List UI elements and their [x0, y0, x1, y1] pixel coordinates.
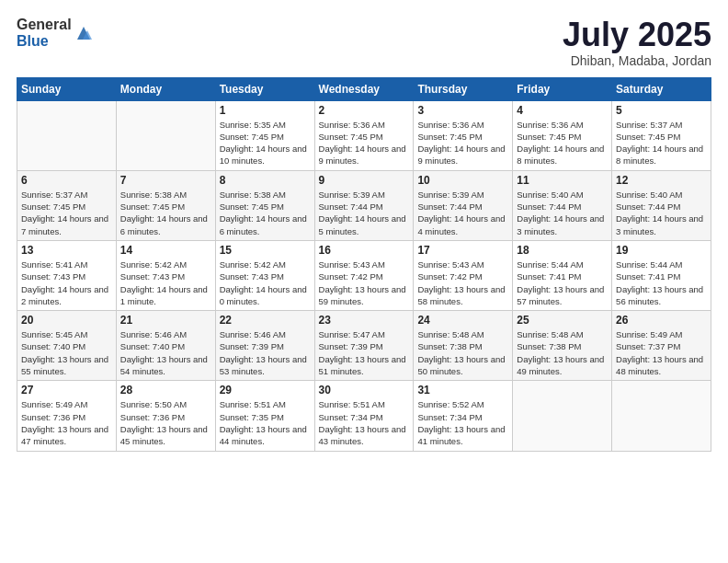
table-row: 29Sunrise: 5:51 AM Sunset: 7:35 PM Dayli…	[215, 381, 314, 451]
col-thursday: Thursday	[414, 77, 513, 100]
table-row	[612, 381, 711, 451]
table-row: 12Sunrise: 5:40 AM Sunset: 7:44 PM Dayli…	[612, 170, 711, 240]
day-number: 22	[220, 314, 311, 327]
table-row: 14Sunrise: 5:42 AM Sunset: 7:43 PM Dayli…	[116, 240, 215, 310]
logo-icon	[74, 23, 94, 43]
day-number: 25	[517, 314, 608, 327]
logo: General Blue	[17, 17, 94, 49]
table-row: 7Sunrise: 5:38 AM Sunset: 7:45 PM Daylig…	[116, 170, 215, 240]
day-number: 12	[616, 174, 707, 187]
day-info: Sunrise: 5:47 AM Sunset: 7:39 PM Dayligh…	[319, 328, 410, 377]
col-monday: Monday	[116, 77, 215, 100]
calendar-week-row: 20Sunrise: 5:45 AM Sunset: 7:40 PM Dayli…	[17, 311, 711, 381]
day-number: 21	[120, 314, 211, 327]
day-number: 19	[616, 244, 707, 257]
day-info: Sunrise: 5:44 AM Sunset: 7:41 PM Dayligh…	[517, 259, 608, 307]
day-number: 9	[319, 174, 410, 187]
day-number: 8	[220, 174, 311, 187]
day-info: Sunrise: 5:51 AM Sunset: 7:35 PM Dayligh…	[220, 398, 311, 447]
table-row: 27Sunrise: 5:49 AM Sunset: 7:36 PM Dayli…	[17, 381, 117, 451]
day-info: Sunrise: 5:43 AM Sunset: 7:42 PM Dayligh…	[319, 259, 410, 307]
table-row: 2Sunrise: 5:36 AM Sunset: 7:45 PM Daylig…	[314, 100, 414, 170]
day-info: Sunrise: 5:39 AM Sunset: 7:44 PM Dayligh…	[417, 189, 508, 237]
table-row: 20Sunrise: 5:45 AM Sunset: 7:40 PM Dayli…	[17, 311, 117, 381]
col-saturday: Saturday	[612, 77, 711, 100]
day-info: Sunrise: 5:38 AM Sunset: 7:45 PM Dayligh…	[120, 189, 211, 237]
day-number: 18	[517, 244, 608, 257]
table-row: 26Sunrise: 5:49 AM Sunset: 7:37 PM Dayli…	[612, 311, 711, 381]
day-info: Sunrise: 5:48 AM Sunset: 7:38 PM Dayligh…	[517, 328, 608, 377]
day-number: 23	[319, 314, 410, 327]
day-info: Sunrise: 5:40 AM Sunset: 7:44 PM Dayligh…	[616, 189, 707, 237]
table-row: 13Sunrise: 5:41 AM Sunset: 7:43 PM Dayli…	[17, 240, 117, 310]
day-number: 15	[220, 244, 311, 257]
day-number: 26	[616, 314, 707, 327]
day-number: 14	[120, 244, 211, 257]
day-number: 1	[220, 104, 311, 117]
day-info: Sunrise: 5:38 AM Sunset: 7:45 PM Dayligh…	[220, 189, 311, 237]
day-number: 29	[220, 384, 311, 396]
calendar-week-row: 13Sunrise: 5:41 AM Sunset: 7:43 PM Dayli…	[17, 240, 711, 310]
day-number: 5	[616, 104, 707, 117]
table-row: 30Sunrise: 5:51 AM Sunset: 7:34 PM Dayli…	[314, 381, 414, 451]
day-number: 17	[417, 244, 508, 257]
day-number: 30	[319, 384, 410, 396]
table-row: 3Sunrise: 5:36 AM Sunset: 7:45 PM Daylig…	[414, 100, 513, 170]
day-number: 24	[417, 314, 508, 327]
calendar-week-row: 1Sunrise: 5:35 AM Sunset: 7:45 PM Daylig…	[17, 100, 711, 170]
day-info: Sunrise: 5:37 AM Sunset: 7:45 PM Dayligh…	[21, 189, 112, 237]
location: Dhiban, Madaba, Jordan	[563, 53, 711, 68]
day-number: 4	[517, 104, 608, 117]
day-info: Sunrise: 5:46 AM Sunset: 7:40 PM Dayligh…	[120, 328, 211, 377]
table-row	[17, 100, 117, 170]
day-info: Sunrise: 5:39 AM Sunset: 7:44 PM Dayligh…	[319, 189, 410, 237]
table-row: 24Sunrise: 5:48 AM Sunset: 7:38 PM Dayli…	[414, 311, 513, 381]
table-row: 11Sunrise: 5:40 AM Sunset: 7:44 PM Dayli…	[513, 170, 612, 240]
day-number: 3	[417, 104, 508, 117]
table-row	[513, 381, 612, 451]
table-row: 17Sunrise: 5:43 AM Sunset: 7:42 PM Dayli…	[414, 240, 513, 310]
day-info: Sunrise: 5:37 AM Sunset: 7:45 PM Dayligh…	[616, 119, 707, 167]
table-row: 8Sunrise: 5:38 AM Sunset: 7:45 PM Daylig…	[215, 170, 314, 240]
day-info: Sunrise: 5:35 AM Sunset: 7:45 PM Dayligh…	[220, 119, 311, 167]
table-row: 18Sunrise: 5:44 AM Sunset: 7:41 PM Dayli…	[513, 240, 612, 310]
day-info: Sunrise: 5:45 AM Sunset: 7:40 PM Dayligh…	[21, 328, 112, 377]
calendar-week-row: 27Sunrise: 5:49 AM Sunset: 7:36 PM Dayli…	[17, 381, 711, 451]
month-title: July 2025	[563, 17, 711, 53]
day-number: 27	[21, 384, 112, 396]
day-number: 20	[21, 314, 112, 327]
day-number: 28	[120, 384, 211, 396]
table-row: 15Sunrise: 5:42 AM Sunset: 7:43 PM Dayli…	[215, 240, 314, 310]
day-number: 16	[319, 244, 410, 257]
day-number: 11	[517, 174, 608, 187]
header: General Blue July 2025 Dhiban, Madaba, J…	[17, 17, 711, 68]
day-info: Sunrise: 5:51 AM Sunset: 7:34 PM Dayligh…	[319, 398, 410, 447]
day-info: Sunrise: 5:50 AM Sunset: 7:36 PM Dayligh…	[120, 398, 211, 447]
calendar-header-row: Sunday Monday Tuesday Wednesday Thursday…	[17, 77, 711, 100]
day-info: Sunrise: 5:36 AM Sunset: 7:45 PM Dayligh…	[417, 119, 508, 167]
day-info: Sunrise: 5:42 AM Sunset: 7:43 PM Dayligh…	[120, 259, 211, 307]
day-info: Sunrise: 5:49 AM Sunset: 7:36 PM Dayligh…	[21, 398, 112, 447]
day-info: Sunrise: 5:36 AM Sunset: 7:45 PM Dayligh…	[517, 119, 608, 167]
day-number: 7	[120, 174, 211, 187]
day-info: Sunrise: 5:48 AM Sunset: 7:38 PM Dayligh…	[417, 328, 508, 377]
day-number: 10	[417, 174, 508, 187]
col-wednesday: Wednesday	[314, 77, 414, 100]
page: General Blue July 2025 Dhiban, Madaba, J…	[0, 0, 728, 563]
day-number: 31	[417, 384, 508, 396]
day-info: Sunrise: 5:44 AM Sunset: 7:41 PM Dayligh…	[616, 259, 707, 307]
day-info: Sunrise: 5:46 AM Sunset: 7:39 PM Dayligh…	[220, 328, 311, 377]
day-info: Sunrise: 5:41 AM Sunset: 7:43 PM Dayligh…	[21, 259, 112, 307]
table-row: 1Sunrise: 5:35 AM Sunset: 7:45 PM Daylig…	[215, 100, 314, 170]
table-row: 16Sunrise: 5:43 AM Sunset: 7:42 PM Dayli…	[314, 240, 414, 310]
day-info: Sunrise: 5:42 AM Sunset: 7:43 PM Dayligh…	[220, 259, 311, 307]
logo-blue-text: Blue	[17, 33, 72, 50]
table-row: 22Sunrise: 5:46 AM Sunset: 7:39 PM Dayli…	[215, 311, 314, 381]
logo-general-text: General	[17, 17, 72, 33]
day-number: 6	[21, 174, 112, 187]
calendar-week-row: 6Sunrise: 5:37 AM Sunset: 7:45 PM Daylig…	[17, 170, 711, 240]
day-info: Sunrise: 5:36 AM Sunset: 7:45 PM Dayligh…	[319, 119, 410, 167]
day-info: Sunrise: 5:52 AM Sunset: 7:34 PM Dayligh…	[417, 398, 508, 447]
table-row: 31Sunrise: 5:52 AM Sunset: 7:34 PM Dayli…	[414, 381, 513, 451]
title-block: July 2025 Dhiban, Madaba, Jordan	[563, 17, 711, 68]
